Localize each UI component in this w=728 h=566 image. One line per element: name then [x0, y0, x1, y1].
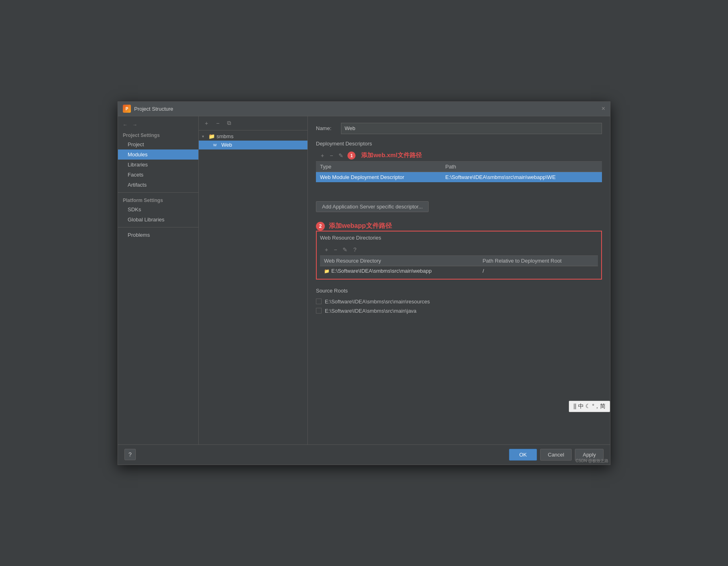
name-field-row: Name: [316, 123, 602, 134]
wr-add-btn[interactable]: + [323, 246, 330, 254]
dd-remove-btn[interactable]: − [328, 151, 335, 160]
source-root-label-1: E:\Software\IDEA\smbms\src\main\java [325, 308, 417, 314]
wr-col-path: Path Relative to Deployment Root [478, 256, 598, 266]
tree-node-label-web: Web [221, 142, 232, 148]
wr-help-btn[interactable]: ? [351, 246, 358, 254]
source-root-checkbox-0[interactable] [316, 299, 322, 304]
annotation-2-text: 添加webapp文件路径 [329, 222, 392, 230]
sidebar-divider [118, 192, 198, 193]
window-title: Project Structure [134, 106, 173, 112]
web-resource-title: Web Resource Directories [320, 235, 598, 241]
tree-add-btn[interactable]: + [202, 119, 211, 128]
wr-toolbar: + − ✎ ? [320, 244, 598, 256]
module-icon: W [212, 142, 218, 148]
sidebar-item-libraries[interactable]: Libraries [118, 160, 198, 170]
name-input[interactable] [341, 123, 602, 134]
sidebar-divider-2 [118, 227, 198, 227]
title-bar: P Project Structure × [118, 102, 610, 116]
nav-row: ← → [118, 120, 198, 130]
wr-row-0[interactable]: 📁E:\Software\IDEA\smbms\src\main\webapp … [320, 266, 598, 276]
sidebar-item-sdks[interactable]: SDKs [118, 204, 198, 215]
sidebar: ← → Project Settings Project Modules Lib… [118, 116, 199, 444]
cancel-button[interactable]: Cancel [540, 449, 572, 461]
bottom-bar: ? OK Cancel Apply CSDN @极致之路 [118, 444, 610, 465]
dd-edit-btn[interactable]: ✎ [337, 151, 345, 160]
wr-edit-btn[interactable]: ✎ [341, 246, 349, 254]
tree-node-label-smbms: smbms [217, 133, 234, 139]
add-server-btn[interactable]: Add Application Server specific descript… [316, 201, 429, 212]
wr-table: Web Resource Directory Path Relative to … [320, 256, 598, 276]
app-icon: P [123, 105, 131, 113]
back-arrow[interactable]: ← [121, 121, 129, 128]
deployment-descriptors-section: Deployment Descriptors + − ✎ 1 添加web.xml… [316, 141, 602, 212]
wr-col-dir: Web Resource Directory [320, 256, 478, 266]
tree-panel: + − ⧉ ▾ 📁 smbms W Web [199, 116, 308, 444]
annotation-1-text: 添加web.xml文件路径 [361, 151, 421, 159]
dd-row-0[interactable]: Web Module Deployment Descriptor E:\Soft… [316, 172, 602, 182]
tree-copy-btn[interactable]: ⧉ [225, 119, 234, 128]
dd-table-area: Type Path Web Module Deployment Descript… [316, 162, 602, 194]
dd-cell-path-0: E:\Software\IDEA\smbms\src\main\webapp\W… [441, 172, 602, 182]
dd-cell-type-0: Web Module Deployment Descriptor [316, 172, 441, 182]
source-roots-section: Source Roots E:\Software\IDEA\smbms\src\… [316, 288, 602, 316]
sidebar-item-facets[interactable]: Facets [118, 170, 198, 180]
sidebar-item-modules[interactable]: Modules [118, 149, 198, 160]
ime-toolbar: || 中 ☾ °，简 [569, 401, 610, 412]
tree-toggle-icon: ▾ [202, 134, 207, 139]
source-root-checkbox-1[interactable] [316, 308, 322, 314]
annotation-2-row: 2 添加webapp文件路径 [316, 222, 602, 231]
dd-table: Type Path Web Module Deployment Descript… [316, 162, 602, 182]
sidebar-item-problems[interactable]: Problems [118, 230, 198, 240]
source-root-label-0: E:\Software\IDEA\smbms\src\main\resource… [325, 299, 430, 305]
folder-small-icon: 📁 [324, 269, 330, 274]
sidebar-item-artifacts[interactable]: Artifacts [118, 180, 198, 190]
detail-panel: Name: Deployment Descriptors + − ✎ 1 添加w… [308, 116, 610, 444]
source-roots-title: Source Roots [316, 288, 602, 294]
source-root-row-0: E:\Software\IDEA\smbms\src\main\resource… [316, 297, 602, 306]
wr-cell-path-0: / [478, 266, 598, 276]
deployment-descriptors-title: Deployment Descriptors [316, 141, 602, 147]
project-settings-label: Project Settings [118, 130, 198, 139]
watermark: CSDN @极致之路 [576, 458, 608, 464]
wr-remove-btn[interactable]: − [332, 246, 339, 254]
forward-arrow[interactable]: → [131, 121, 139, 128]
tree-node-web[interactable]: W Web [199, 141, 307, 149]
web-resource-section-outer: 2 添加webapp文件路径 Web Resource Directories … [316, 219, 602, 280]
dd-col-type: Type [316, 162, 441, 172]
annotation-1-badge: 1 [347, 151, 356, 160]
help-button[interactable]: ? [124, 449, 136, 460]
ime-text: || 中 ☾ °，简 [573, 403, 606, 410]
sidebar-item-project[interactable]: Project [118, 139, 198, 149]
tree-toolbar: + − ⧉ [199, 116, 307, 130]
folder-icon: 📁 [208, 133, 215, 139]
sidebar-item-global-libraries[interactable]: Global Libraries [118, 215, 198, 225]
dd-col-path: Path [441, 162, 602, 172]
tree-remove-btn[interactable]: − [213, 119, 222, 128]
close-button[interactable]: × [602, 105, 605, 112]
dd-toolbar: + − ✎ 1 添加web.xml文件路径 [316, 150, 602, 162]
dd-add-btn[interactable]: + [319, 151, 326, 160]
ok-button[interactable]: OK [509, 449, 537, 461]
web-resource-highlight-box: Web Resource Directories + − ✎ ? Web Res… [316, 231, 602, 280]
wr-cell-dir-0: 📁E:\Software\IDEA\smbms\src\main\webapp [320, 266, 478, 276]
tree-content: ▾ 📁 smbms W Web [199, 130, 307, 444]
source-root-row-1: E:\Software\IDEA\smbms\src\main\java [316, 306, 602, 316]
tree-node-smbms[interactable]: ▾ 📁 smbms [199, 132, 307, 141]
platform-settings-label: Platform Settings [118, 195, 198, 204]
name-label: Name: [316, 125, 336, 131]
annotation-2-badge: 2 [316, 222, 325, 231]
